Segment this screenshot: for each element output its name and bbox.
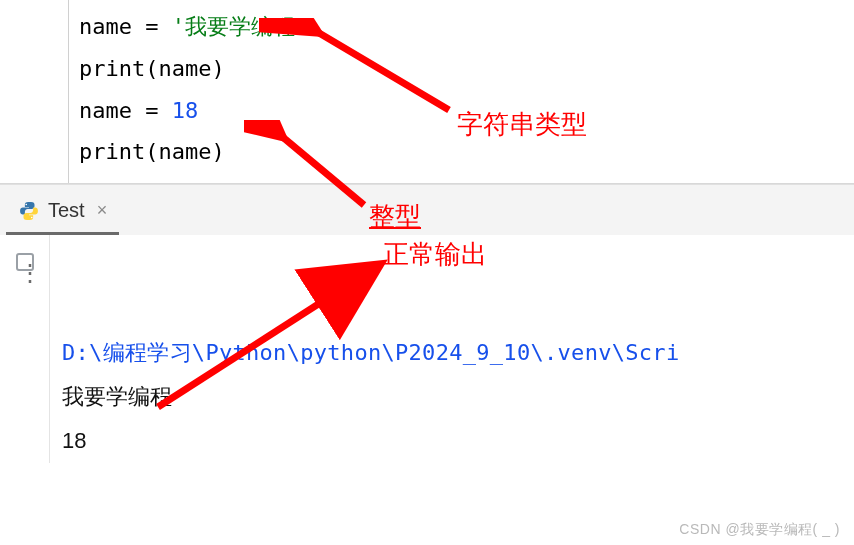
code-line-4: print(name): [79, 131, 854, 173]
console-output[interactable]: D:\编程学习\Python\python\P2024_9_10\.venv\S…: [62, 331, 854, 463]
interpreter-path: D:\编程学习\Python\python\P2024_9_10\.venv\S…: [62, 331, 854, 375]
variable-name: name: [79, 14, 132, 39]
output-line: 我要学编程: [62, 375, 854, 419]
close-icon[interactable]: ×: [97, 200, 108, 221]
svg-point-3: [31, 216, 33, 218]
svg-point-2: [25, 203, 27, 205]
watermark: CSDN @我要学编程( _ ): [679, 521, 840, 539]
string-literal: '我要学编程': [172, 14, 309, 39]
print-call: print: [79, 139, 145, 164]
tab-test[interactable]: Test ×: [6, 193, 119, 235]
number-literal: 18: [172, 98, 199, 123]
more-actions-icon[interactable]: ⋮: [18, 261, 854, 285]
run-tab-bar: Test ×: [0, 184, 854, 235]
stop-button[interactable]: [16, 253, 34, 271]
tab-label: Test: [48, 199, 85, 222]
code-editor[interactable]: name = '我要学编程' print(name) name = 18 pri…: [68, 0, 854, 183]
console-panel: ⋮ 正常输出 D:\编程学习\Python\python\P2024_9_10\…: [0, 235, 854, 463]
console-gutter: [0, 235, 50, 463]
code-line-3: name = 18: [79, 90, 854, 132]
print-call: print: [79, 56, 145, 81]
output-line: 18: [62, 419, 854, 463]
python-icon: [18, 200, 40, 222]
code-line-2: print(name): [79, 48, 854, 90]
code-line-1: name = '我要学编程': [79, 6, 854, 48]
variable-name: name: [79, 98, 132, 123]
